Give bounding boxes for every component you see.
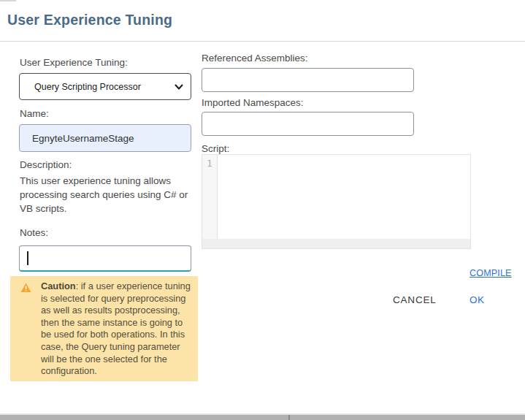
script-horizontal-scrollbar[interactable] [202, 239, 470, 248]
chevron-down-icon [174, 82, 184, 92]
script-line-number: 1 [202, 155, 218, 239]
warning-icon [20, 280, 41, 296]
imported-namespaces-input[interactable] [202, 112, 414, 136]
text-caret [27, 251, 28, 265]
caution-title: Caution [41, 280, 76, 291]
background-scrollbar-divider [288, 415, 290, 420]
imported-namespaces-label: Imported Namespaces: [202, 97, 304, 108]
description-label: Description: [20, 159, 72, 170]
referenced-assemblies-label: Referenced Assemblies: [202, 53, 308, 64]
compile-link[interactable]: COMPILE [470, 268, 512, 278]
name-input[interactable] [19, 124, 191, 152]
background-scrollbar [0, 415, 525, 420]
name-label: Name: [20, 108, 49, 119]
script-editor: 1 [202, 154, 471, 249]
caution-box: Caution: if a user experience tuning is … [10, 276, 198, 381]
ok-button[interactable]: OK [470, 294, 485, 305]
notes-input[interactable] [19, 245, 191, 272]
user-experience-tuning-dialog: User Experience Tuning User Experience T… [0, 0, 525, 420]
tuning-select-value: Query Scripting Processor [20, 82, 141, 92]
title-divider [0, 41, 525, 42]
tuning-select[interactable]: Query Scripting Processor [19, 73, 191, 100]
dialog-title: User Experience Tuning [7, 12, 172, 28]
caution-text: Caution: if a user experience tuning is … [41, 280, 193, 378]
script-label: Script: [202, 143, 229, 154]
referenced-assemblies-input[interactable] [202, 68, 414, 92]
tuning-select-label: User Experience Tuning: [20, 57, 128, 68]
script-content[interactable] [218, 155, 470, 239]
notes-label: Notes: [20, 227, 48, 238]
cancel-button[interactable]: CANCEL [393, 294, 437, 305]
description-text: This user experience tuning allows proce… [20, 174, 196, 215]
background-window-fragment [0, 0, 16, 1]
